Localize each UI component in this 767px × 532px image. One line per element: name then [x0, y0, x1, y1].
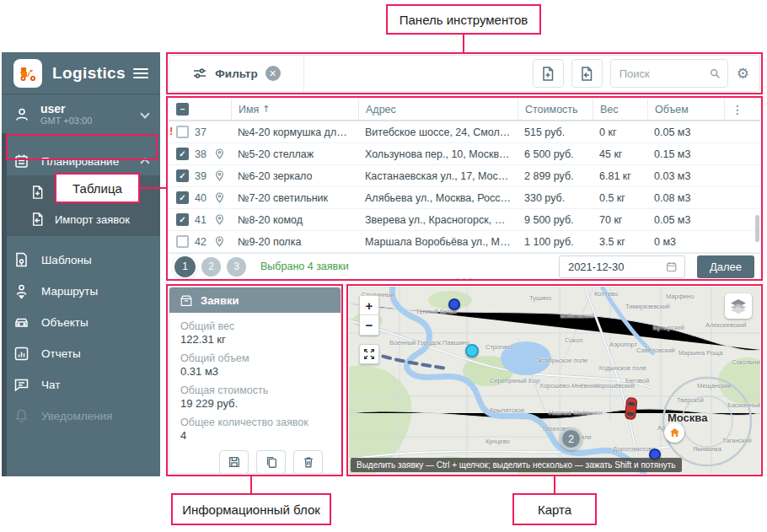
info-block-title: Заявки: [201, 294, 239, 307]
row-checkbox[interactable]: ✓: [176, 213, 189, 226]
save-button[interactable]: [219, 450, 249, 474]
page-button-3[interactable]: 3: [227, 257, 246, 277]
column-header-address[interactable]: Адрес: [358, 99, 518, 120]
table-row[interactable]: 42 №9-20 полка Маршала Воробьёва ул., Мо…: [169, 231, 760, 253]
add-order-button[interactable]: [533, 59, 564, 88]
field-value: 19 229 руб.: [180, 397, 330, 411]
zoom-in-button[interactable]: +: [360, 296, 378, 315]
order-marker-selected[interactable]: [465, 344, 479, 357]
table-row[interactable]: ✓41 №8-20 комод Зверева ул., Красногорск…: [169, 209, 760, 231]
order-volume: 0 м3: [647, 236, 725, 248]
planner-icon: [13, 153, 30, 169]
zoom-controls: + −: [359, 295, 379, 336]
map-label: Бутырский: [653, 324, 684, 331]
sidebar: Logistics user GMT +03:00 Планирование: [2, 52, 160, 476]
order-weight: 3.5 кг: [593, 236, 647, 248]
order-weight: 0 кг: [593, 126, 647, 138]
bell-icon: [13, 408, 30, 424]
row-checkbox[interactable]: [176, 126, 189, 138]
chevron-down-icon: [140, 109, 149, 118]
search-input[interactable]: [618, 67, 709, 81]
row-checkbox[interactable]: [176, 235, 189, 248]
fullscreen-button[interactable]: [359, 344, 379, 364]
orders-box-icon: [180, 294, 193, 307]
order-cost: 9 500 руб.: [518, 214, 593, 226]
column-settings-kebab-icon[interactable]: ⋮: [724, 99, 750, 120]
cluster-marker[interactable]: 2: [560, 427, 582, 450]
active-section-strip: [2, 133, 7, 476]
field-label: Общий объем: [180, 352, 330, 365]
order-marker[interactable]: [448, 298, 460, 310]
import-orders-button[interactable]: [571, 59, 603, 88]
clear-filter-icon[interactable]: ✕: [266, 66, 281, 81]
sidebar-nav: Шаблоны Маршруты Объекты Отчеты: [2, 245, 160, 432]
delete-button[interactable]: [293, 450, 323, 474]
info-block-header: Заявки: [169, 287, 341, 313]
date-input[interactable]: [566, 260, 667, 274]
map-label: Войковский: [560, 312, 594, 320]
sidebar-item-templates[interactable]: Шаблоны: [2, 245, 160, 276]
row-checkbox[interactable]: ✓: [176, 191, 189, 204]
annotation-map-label: Карта: [512, 493, 597, 525]
gear-icon[interactable]: ⚙: [737, 65, 749, 82]
search-field: [610, 59, 728, 88]
order-address: Кастанаевская ул., 17, Москва, Р…: [358, 170, 518, 182]
user-menu[interactable]: user GMT +03:00: [2, 94, 160, 135]
car-top-icon: [624, 396, 639, 420]
sidebar-item-reports[interactable]: Отчеты: [2, 338, 160, 369]
zoom-out-button[interactable]: −: [360, 315, 378, 335]
field-value: 4: [180, 429, 330, 443]
select-all-checkbox[interactable]: –: [176, 103, 189, 116]
map-label: Серебряный Бор: [490, 377, 539, 384]
alert-icon: !: [169, 126, 173, 137]
sidebar-item-chat[interactable]: Чат: [2, 369, 160, 400]
table-row[interactable]: ✓40 №7-20 светильник Алябьева ул., Москв…: [169, 187, 760, 209]
map-label: Сокольники: [732, 358, 760, 366]
field-label: Общий вес: [180, 320, 330, 333]
sidebar-item-planning[interactable]: Планирование: [2, 147, 160, 175]
column-header-cost[interactable]: Стоимость: [518, 99, 593, 120]
next-button[interactable]: Далее: [697, 255, 754, 278]
hamburger-menu-icon[interactable]: [133, 68, 148, 78]
sidebar-item-notifications[interactable]: Уведомления: [2, 400, 160, 432]
order-volume: 0.05 м3: [647, 214, 725, 226]
map[interactable]: Столичный Тушино Тёплый бетон Военный Го…: [349, 287, 760, 474]
table-row[interactable]: !37 №4-20 кормушка для пти… Витебское шо…: [169, 121, 760, 143]
map-label: Таганский: [722, 437, 752, 444]
splitter-handle[interactable]: [455, 276, 474, 284]
page-button-2[interactable]: 2: [201, 257, 221, 277]
column-header-volume[interactable]: Объем: [647, 99, 725, 120]
table-scrollbar[interactable]: [755, 215, 759, 242]
map-label: Крылатское: [490, 406, 524, 414]
order-name: №4-20 кормушка для пти…: [231, 126, 358, 138]
submenu-item-import-orders[interactable]: Импорт заявок: [2, 206, 160, 233]
user-name: user: [40, 103, 142, 116]
order-volume: 0.08 м3: [647, 192, 725, 204]
filter-button[interactable]: Фильтр ✕: [169, 56, 304, 91]
field-label: Общее количество заявок: [180, 416, 330, 429]
table-header-row: – Имя↑ Адрес Стоимость Вес Объем ⋮: [169, 99, 760, 121]
info-block-body: Общий вес 122.31 кг Общий объем 0.31 м3 …: [169, 313, 341, 474]
row-checkbox[interactable]: ✓: [176, 148, 189, 160]
map-label: Басманный: [727, 401, 760, 409]
map-label: Беговой: [625, 377, 649, 384]
row-checkbox[interactable]: ✓: [176, 169, 189, 182]
connector-line: [250, 476, 252, 493]
copy-button[interactable]: [256, 450, 286, 474]
layers-button[interactable]: [725, 293, 752, 319]
sidebar-item-vehicles[interactable]: Объекты: [2, 307, 160, 338]
table-row[interactable]: ✓38 №5-20 стеллаж Хользунова пер., 10, М…: [169, 143, 760, 165]
column-header-name[interactable]: Имя↑: [231, 99, 358, 120]
map-label: Тушино: [529, 294, 551, 302]
filter-label: Фильтр: [215, 67, 257, 80]
table-row[interactable]: ✓39 №6-20 зеркало Кастанаевская ул., 17,…: [169, 165, 760, 187]
sidebar-item-routes[interactable]: Маршруты: [2, 276, 160, 307]
column-header-weight[interactable]: Вес: [593, 99, 647, 120]
vehicle-marker[interactable]: [623, 396, 638, 423]
toolbar: Фильтр ✕ ⚙: [169, 55, 760, 92]
order-cost: 6 500 руб.: [518, 148, 593, 160]
calendar-icon: [666, 261, 677, 273]
page-button-1[interactable]: 1: [174, 256, 196, 277]
order-name: №5-20 стеллаж: [231, 148, 358, 160]
depot-marker[interactable]: [664, 422, 684, 443]
